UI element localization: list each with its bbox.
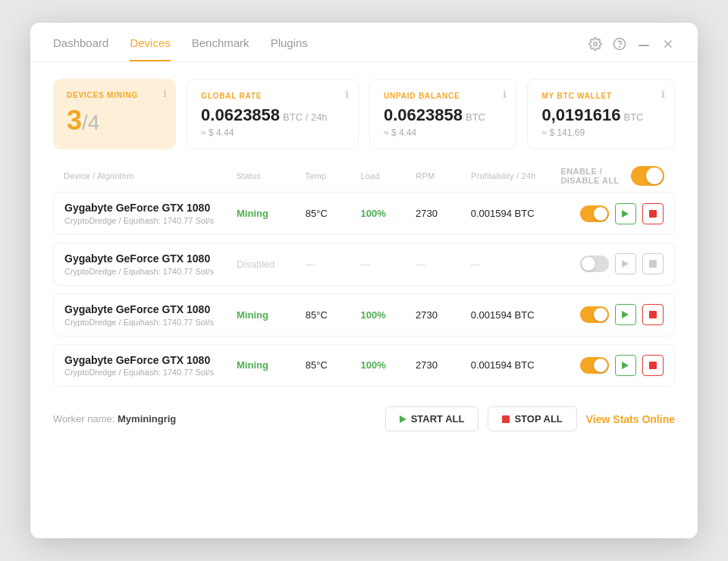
device-info: Gygabyte GeForce GTX 1080 CryptoDredge /… [64, 252, 237, 276]
stop-icon [649, 260, 657, 268]
stat-global-rate: ℹ GLOBAL RATE 0.0623858BTC / 24h ≈ $ 4.4… [187, 79, 359, 149]
devices-mining-value: 3/4 [67, 105, 162, 136]
view-stats-link[interactable]: View Stats Online [586, 413, 675, 425]
device-load: 100% [360, 359, 416, 371]
device-load: 100% [360, 208, 416, 219]
stop-all-button[interactable]: STOP ALL [488, 406, 576, 431]
device-actions [560, 355, 664, 376]
help-button[interactable] [613, 37, 626, 51]
worker-label: Worker name: Myminingrig [53, 413, 385, 425]
device-status: Disabled [237, 259, 306, 270]
footer-bar: Worker name: Myminingrig START ALL STOP … [30, 394, 698, 443]
stop-all-icon [502, 415, 510, 423]
col-device: Device / Algorithm [64, 171, 237, 180]
table-row: Gygabyte GeForce GTX 1080 CryptoDredge /… [53, 192, 675, 235]
start-all-button[interactable]: START ALL [385, 406, 479, 431]
table-header: Device / Algorithm Status Temp Load RPM … [53, 163, 675, 192]
global-rate-approx: ≈ $ 4.44 [201, 127, 344, 138]
device-play-button[interactable] [615, 203, 636, 224]
stat-devices-mining: ℹ DEVICES MINING 3/4 [53, 79, 176, 149]
device-profit: 0.001594 BTC [471, 309, 560, 321]
col-enable-all: ENABLE / DISABLE ALL [560, 166, 664, 186]
device-stop-button[interactable] [642, 304, 664, 325]
device-play-button[interactable] [615, 253, 636, 274]
device-profit: 0.001594 BTC [471, 359, 560, 371]
global-rate-label: GLOBAL RATE [201, 92, 344, 100]
btc-wallet-approx: ≈ $ 141,69 [541, 127, 661, 138]
info-icon-wallet[interactable]: ℹ [661, 89, 665, 100]
device-actions [560, 253, 664, 274]
info-icon-rate[interactable]: ℹ [345, 89, 349, 100]
device-temp: 85°C [306, 359, 361, 371]
info-icon-balance[interactable]: ℹ [503, 89, 507, 100]
info-icon-devices[interactable]: ℹ [163, 88, 167, 99]
device-toggle[interactable] [580, 255, 609, 272]
device-temp: 85°C [306, 208, 361, 219]
table-row: Gygabyte GeForce GTX 1080 CryptoDredge /… [53, 293, 675, 337]
play-icon [622, 210, 629, 218]
device-play-button[interactable] [615, 355, 636, 376]
device-load: --- [360, 259, 416, 270]
nav-actions [588, 37, 675, 61]
minimize-button[interactable] [637, 37, 651, 51]
toggle-enable-all[interactable] [631, 166, 664, 186]
stat-cards: ℹ DEVICES MINING 3/4 ℹ GLOBAL RATE 0.062… [30, 62, 698, 163]
play-icon [622, 311, 629, 318]
start-all-icon [400, 415, 406, 423]
device-toggle[interactable] [580, 357, 609, 374]
device-stop-button[interactable] [642, 203, 664, 224]
play-icon [622, 362, 629, 369]
nav-tabs: Dashboard Devices Benchmark Plugins [53, 36, 588, 61]
footer-actions: START ALL STOP ALL View Stats Online [385, 406, 675, 431]
device-status: Mining [237, 208, 306, 219]
stop-icon [649, 210, 657, 218]
device-rpm: 2730 [416, 359, 471, 371]
col-temp: Temp [306, 171, 361, 180]
device-actions [560, 304, 664, 325]
tab-plugins[interactable]: Plugins [271, 36, 308, 61]
device-toggle[interactable] [580, 306, 609, 323]
device-temp: 85°C [306, 309, 361, 321]
play-icon [622, 260, 629, 268]
unpaid-balance-label: UNPAID BALANCE [384, 92, 503, 100]
tab-devices[interactable]: Devices [130, 36, 170, 61]
worker-name: Myminingrig [118, 413, 176, 425]
device-rpm: --- [416, 259, 471, 270]
table-row: Gygabyte GeForce GTX 1080 CryptoDredge /… [53, 344, 675, 387]
device-toggle[interactable] [580, 205, 609, 222]
device-play-button[interactable] [615, 304, 636, 325]
stop-icon [649, 311, 657, 318]
device-info: Gygabyte GeForce GTX 1080 CryptoDredge /… [64, 303, 237, 327]
devices-mining-label: DEVICES MINING [67, 91, 162, 99]
device-stop-button[interactable] [642, 253, 664, 274]
global-rate-value: 0.0623858BTC / 24h [201, 106, 344, 124]
stat-btc-wallet: ℹ MY BTC WALLET 0,0191616BTC ≈ $ 141,69 [527, 79, 675, 149]
tab-benchmark[interactable]: Benchmark [192, 36, 249, 61]
svg-point-0 [594, 42, 598, 45]
device-status: Mining [237, 359, 306, 371]
device-profit: --- [471, 259, 560, 270]
stat-unpaid-balance: ℹ UNPAID BALANCE 0.0623858BTC ≈ $ 4.44 [369, 79, 517, 149]
col-status: Status [237, 171, 306, 180]
unpaid-balance-value: 0.0623858BTC [384, 106, 503, 124]
col-load: Load [360, 171, 416, 180]
nav-bar: Dashboard Devices Benchmark Plugins [30, 23, 698, 62]
device-profit: 0.001594 BTC [471, 208, 560, 219]
settings-button[interactable] [588, 37, 602, 51]
close-button[interactable] [661, 37, 675, 51]
tab-dashboard[interactable]: Dashboard [53, 36, 108, 61]
app-window: Dashboard Devices Benchmark Plugins [30, 23, 698, 538]
unpaid-balance-approx: ≈ $ 4.44 [384, 127, 503, 138]
device-status: Mining [237, 309, 306, 321]
table-row: Gygabyte GeForce GTX 1080 CryptoDredge /… [53, 243, 675, 286]
device-info: Gygabyte GeForce GTX 1080 CryptoDredge /… [64, 202, 237, 225]
device-stop-button[interactable] [642, 355, 664, 376]
btc-wallet-value: 0,0191616BTC [541, 106, 661, 124]
device-load: 100% [360, 309, 416, 321]
btc-wallet-label: MY BTC WALLET [541, 92, 661, 100]
stop-icon [649, 362, 657, 369]
device-temp: --- [306, 259, 361, 270]
col-profit: Profitability / 24h [471, 171, 560, 180]
device-actions [560, 203, 664, 224]
device-info: Gygabyte GeForce GTX 1080 CryptoDredge /… [64, 354, 237, 378]
